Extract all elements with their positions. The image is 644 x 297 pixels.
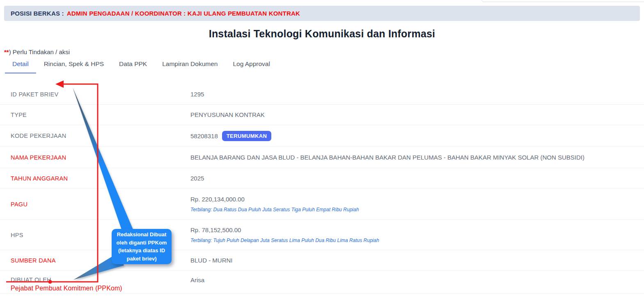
table-row-sumber-dana: SUMBER DANA BLUD - MURNI: [0, 250, 644, 271]
pagu-terbilang: Terbilang: Dua Ratus Dua Puluh Juta Sera…: [190, 207, 359, 212]
tab-data-ppk[interactable]: Data PPK: [119, 60, 147, 73]
row-value: PENYUSUNAN KONTRAK: [190, 111, 265, 118]
annotation-callout: Redaksional Dibuat oleh diganti PPKom (l…: [112, 229, 172, 264]
table-row-hps: HPS Rp. 78,152,500.00 Terbilang: Tujuh P…: [0, 220, 644, 250]
table-row-dibuat-oleh: DIBUAT OLEH Pejabat Pembuat Komitmen (PP…: [0, 271, 644, 294]
action-required-note: **) Perlu Tindakan / aksi: [4, 48, 70, 55]
table-row-tahun-anggaran: TAHUN ANGGARAN 2025: [0, 168, 644, 189]
row-value: Rp. 78,152,500.00 Terbilang: Tujuh Puluh…: [190, 226, 379, 243]
page-title: Instalasi Teknologi Komunikasi dan Infor…: [0, 28, 644, 40]
action-note-marker: **: [4, 48, 9, 55]
position-status-bar: POSISI BERKAS : ADMIN PENGADAAN / KOORDI…: [4, 6, 640, 21]
dibuat-oleh-label: DIBUAT OLEH: [11, 276, 190, 283]
tab-lampiran-dokumen[interactable]: Lampiran Dokumen: [162, 60, 218, 73]
row-value: Rp. 220,134,000.00 Terbilang: Dua Ratus …: [190, 196, 359, 212]
tab-log-approval[interactable]: Log Approval: [233, 60, 270, 73]
truncated-top-panel: [481, 0, 644, 2]
detail-tabs: Detail Rincian, Spek & HPS Data PPK Lamp…: [12, 60, 270, 73]
row-value: Arisa: [190, 271, 204, 283]
row-value: BLUD - MURNI: [190, 257, 233, 264]
hps-terbilang: Terbilang: Tujuh Puluh Delapan Juta Sera…: [190, 238, 379, 243]
row-label: ID PAKET BRIEV: [0, 91, 190, 98]
table-row-type: TYPE PENYUSUNAN KONTRAK: [0, 105, 644, 125]
row-value: 2025: [190, 175, 204, 182]
row-label: DIBUAT OLEH Pejabat Pembuat Komitmen (PP…: [0, 271, 190, 292]
pagu-amount: Rp. 220,134,000.00: [190, 196, 245, 203]
row-value: 1295: [190, 91, 204, 98]
row-label: TAHUN ANGGARAN: [0, 175, 190, 182]
kode-pekerjaan-value: 58208318: [190, 133, 218, 139]
page: { "colors": { "header_bar_bg": "#dde3ec"…: [0, 0, 644, 297]
table-row-pagu: PAGU Rp. 220,134,000.00 Terbilang: Dua R…: [0, 189, 644, 220]
status-bar-prefix: POSISI BERKAS :: [11, 10, 64, 17]
tab-detail[interactable]: Detail: [5, 60, 36, 73]
table-row-kode-pekerjaan: KODE PEKERJAAN 58208318 TERUMUMKAN: [0, 125, 644, 147]
table-row-nama-pekerjaan: NAMA PEKERJAAN BELANJA BARANG DAN JASA B…: [0, 147, 644, 168]
table-row-id-paket-briev: ID PAKET BRIEV 1295: [0, 84, 644, 105]
row-label: KODE PEKERJAAN: [0, 133, 190, 139]
hps-amount: Rp. 78,152,500.00: [190, 226, 241, 233]
ppkom-correction-label: Pejabat Pembuat Komitmen (PPKom): [11, 285, 190, 292]
row-label: TYPE: [0, 112, 190, 118]
status-bar-message: ADMIN PENGADAAN / KOORDINATOR : KAJI ULA…: [67, 10, 300, 17]
row-label: NAMA PEKERJAAN: [0, 154, 190, 161]
action-note-text: ) Perlu Tindakan / aksi: [9, 48, 70, 55]
detail-table: ID PAKET BRIEV 1295 TYPE PENYUSUNAN KONT…: [0, 84, 644, 294]
tab-rincian-spek-hps[interactable]: Rincian, Spek & HPS: [44, 60, 104, 73]
row-value: BELANJA BARANG DAN JASA BLUD - BELANJA B…: [190, 154, 584, 161]
row-label: PAGU: [0, 201, 190, 208]
row-value: 58208318 TERUMUMKAN: [190, 131, 271, 141]
status-badge: TERUMUMKAN: [222, 131, 272, 141]
